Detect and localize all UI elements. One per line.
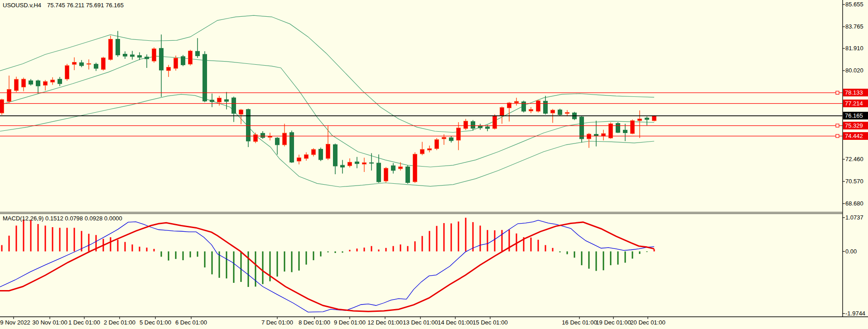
chart-canvas[interactable] bbox=[0, 0, 868, 329]
trading-terminal-chart: { "header": { "symbol_timeframe": "USOUS… bbox=[0, 0, 868, 329]
macd-histogram bbox=[2, 218, 654, 287]
price-level-lines[interactable] bbox=[0, 91, 843, 138]
bollinger-bands bbox=[0, 15, 654, 187]
axes-frame bbox=[0, 0, 868, 319]
macd-lines bbox=[0, 220, 654, 312]
candlesticks bbox=[0, 31, 656, 184]
